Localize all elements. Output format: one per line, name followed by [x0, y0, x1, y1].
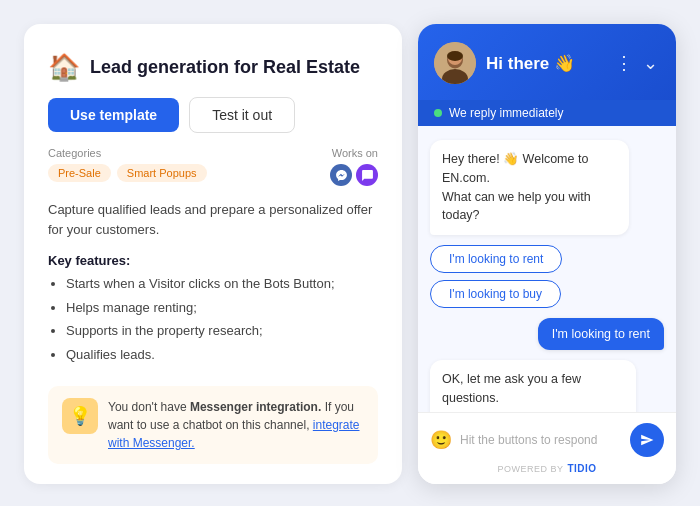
btn-row: Use template Test it out	[48, 97, 378, 133]
key-features-title: Key features:	[48, 253, 378, 268]
option-rent-button[interactable]: I'm looking to rent	[430, 245, 562, 273]
more-options-button[interactable]: ⋮	[613, 52, 635, 74]
tidio-logo: TIDIO	[567, 463, 596, 474]
chat-platform-icon	[356, 164, 378, 186]
categories-left: Categories Pre-Sale Smart Popups	[48, 147, 207, 182]
test-it-out-button[interactable]: Test it out	[189, 97, 295, 133]
use-template-button[interactable]: Use template	[48, 98, 179, 132]
categories-label: Categories	[48, 147, 207, 159]
option-buy-button[interactable]: I'm looking to buy	[430, 280, 561, 308]
chat-header-title: Hi there 👋	[486, 53, 603, 74]
lightbulb-icon: 💡	[69, 405, 91, 427]
chat-widget: Hi there 👋 ⋮ ⌄ We reply immediately Hey …	[418, 24, 676, 484]
svg-point-4	[447, 51, 463, 61]
status-text: We reply immediately	[449, 106, 563, 120]
left-panel: 🏠 Lead generation for Real Estate Use te…	[24, 24, 402, 484]
emoji-icon[interactable]: 🙂	[430, 429, 452, 451]
message-options: I'm looking to rent I'm looking to buy	[430, 245, 664, 308]
banner-text-1: You don't have	[108, 400, 190, 414]
powered-by: POWERED BY TIDIO	[430, 463, 664, 474]
chat-input-placeholder: Hit the buttons to respond	[460, 431, 622, 449]
feature-item: Supports in the property research;	[66, 321, 378, 341]
feature-item: Qualifies leads.	[66, 345, 378, 365]
chat-header-actions: ⋮ ⌄	[613, 52, 660, 74]
key-features: Key features: Starts when a Visitor clic…	[48, 253, 378, 364]
tags-row: Pre-Sale Smart Popups	[48, 164, 207, 182]
categories-row: Categories Pre-Sale Smart Popups Works o…	[48, 147, 378, 186]
outer-container: 🏠 Lead generation for Real Estate Use te…	[0, 0, 700, 506]
page-title: Lead generation for Real Estate	[90, 57, 360, 78]
tag-presale: Pre-Sale	[48, 164, 111, 182]
feature-item: Starts when a Visitor clicks on the Bots…	[66, 274, 378, 294]
house-icon: 🏠	[48, 52, 80, 83]
send-button[interactable]	[630, 423, 664, 457]
user-message-1: I'm looking to rent	[538, 318, 664, 350]
works-on-col: Works on	[330, 147, 378, 186]
chat-input-row: 🙂 Hit the buttons to respond	[430, 423, 664, 457]
messenger-platform-icon	[330, 164, 352, 186]
chat-body: Hey there! 👋 Welcome to EN.com.What can …	[418, 126, 676, 412]
chat-footer: 🙂 Hit the buttons to respond POWERED BY …	[418, 412, 676, 484]
messenger-icon: 💡	[62, 398, 98, 434]
works-on-label: Works on	[332, 147, 378, 159]
platform-icons	[330, 164, 378, 186]
banner-bold: Messenger integration.	[190, 400, 321, 414]
features-list: Starts when a Visitor clicks on the Bots…	[48, 274, 378, 364]
minimize-button[interactable]: ⌄	[641, 52, 660, 74]
bot-message-2: OK, let me ask you a few questions.What …	[430, 360, 636, 412]
chat-status-bar: We reply immediately	[418, 100, 676, 126]
messenger-banner-text: You don't have Messenger integration. If…	[108, 398, 364, 452]
chat-header: Hi there 👋 ⋮ ⌄	[418, 24, 676, 100]
description: Capture qualified leads and prepare a pe…	[48, 200, 378, 239]
powered-by-label: POWERED BY	[497, 464, 563, 474]
avatar	[434, 42, 476, 84]
feature-item: Helps manage renting;	[66, 298, 378, 318]
messenger-banner: 💡 You don't have Messenger integration. …	[48, 386, 378, 464]
title-row: 🏠 Lead generation for Real Estate	[48, 52, 378, 83]
status-dot	[434, 109, 442, 117]
tag-smartpopups: Smart Popups	[117, 164, 207, 182]
bot-message-1: Hey there! 👋 Welcome to EN.com.What can …	[430, 140, 629, 235]
